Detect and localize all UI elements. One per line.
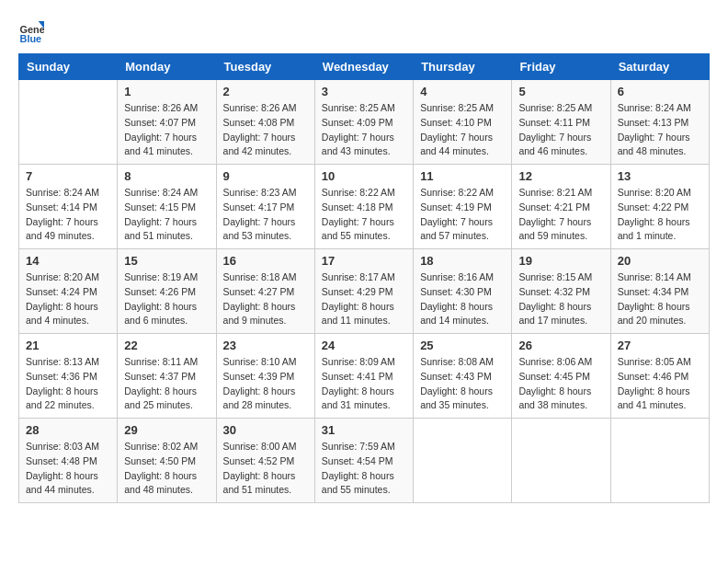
day-detail: Sunrise: 8:20 AMSunset: 4:22 PMDaylight:…	[618, 186, 702, 244]
calendar-week-row: 14 Sunrise: 8:20 AMSunset: 4:24 PMDaylig…	[19, 249, 710, 334]
day-number: 25	[420, 339, 505, 352]
day-detail: Sunrise: 8:17 AMSunset: 4:29 PMDaylight:…	[322, 270, 406, 328]
header-sunday: Sunday	[19, 54, 118, 80]
day-number: 31	[322, 423, 406, 437]
day-number: 1	[124, 85, 209, 98]
day-detail: Sunrise: 8:13 AMSunset: 4:36 PMDaylight:…	[26, 355, 110, 413]
day-detail: Sunrise: 8:25 AMSunset: 4:11 PMDaylight:…	[518, 101, 603, 159]
day-number: 19	[518, 254, 603, 268]
calendar-cell: 16 Sunrise: 8:18 AMSunset: 4:27 PMDaylig…	[216, 249, 314, 334]
calendar-cell: 29 Sunrise: 8:02 AMSunset: 4:50 PMDaylig…	[118, 419, 216, 503]
logo-icon: General Blue	[18, 18, 44, 44]
day-detail: Sunrise: 8:08 AMSunset: 4:43 PMDaylight:…	[420, 355, 505, 413]
day-number: 7	[26, 169, 110, 183]
calendar-table: SundayMondayTuesdayWednesdayThursdayFrid…	[18, 53, 710, 503]
calendar-week-row: 7 Sunrise: 8:24 AMSunset: 4:14 PMDayligh…	[19, 165, 710, 249]
day-number: 4	[420, 85, 505, 98]
day-detail: Sunrise: 8:06 AMSunset: 4:45 PMDaylight:…	[518, 355, 603, 413]
day-detail: Sunrise: 8:05 AMSunset: 4:46 PMDaylight:…	[618, 355, 702, 413]
day-detail: Sunrise: 8:03 AMSunset: 4:48 PMDaylight:…	[26, 440, 110, 498]
calendar-cell: 26 Sunrise: 8:06 AMSunset: 4:45 PMDaylig…	[512, 334, 610, 419]
header-tuesday: Tuesday	[216, 54, 314, 80]
calendar-cell: 12 Sunrise: 8:21 AMSunset: 4:21 PMDaylig…	[512, 165, 610, 249]
calendar-cell	[610, 419, 709, 503]
day-number: 9	[223, 169, 308, 183]
day-number: 13	[618, 169, 702, 183]
calendar-cell: 19 Sunrise: 8:15 AMSunset: 4:32 PMDaylig…	[512, 249, 610, 334]
calendar-cell: 1 Sunrise: 8:26 AMSunset: 4:07 PMDayligh…	[118, 80, 216, 165]
day-detail: Sunrise: 8:11 AMSunset: 4:37 PMDaylight:…	[124, 355, 209, 413]
header-friday: Friday	[512, 54, 610, 80]
calendar-week-row: 28 Sunrise: 8:03 AMSunset: 4:48 PMDaylig…	[19, 419, 710, 503]
day-detail: Sunrise: 8:24 AMSunset: 4:13 PMDaylight:…	[618, 101, 702, 159]
day-detail: Sunrise: 8:02 AMSunset: 4:50 PMDaylight:…	[124, 440, 209, 498]
day-number: 27	[618, 339, 702, 352]
day-detail: Sunrise: 7:59 AMSunset: 4:54 PMDaylight:…	[322, 440, 406, 498]
calendar-cell	[512, 419, 610, 503]
calendar-cell: 8 Sunrise: 8:24 AMSunset: 4:15 PMDayligh…	[118, 165, 216, 249]
day-detail: Sunrise: 8:10 AMSunset: 4:39 PMDaylight:…	[223, 355, 308, 413]
day-detail: Sunrise: 8:25 AMSunset: 4:09 PMDaylight:…	[322, 101, 406, 159]
day-number: 6	[618, 85, 702, 98]
calendar-cell: 23 Sunrise: 8:10 AMSunset: 4:39 PMDaylig…	[216, 334, 314, 419]
svg-text:Blue: Blue	[20, 33, 42, 44]
day-detail: Sunrise: 8:24 AMSunset: 4:14 PMDaylight:…	[26, 186, 110, 244]
calendar-cell: 6 Sunrise: 8:24 AMSunset: 4:13 PMDayligh…	[610, 80, 709, 165]
day-detail: Sunrise: 8:20 AMSunset: 4:24 PMDaylight:…	[26, 270, 110, 328]
day-detail: Sunrise: 8:00 AMSunset: 4:52 PMDaylight:…	[223, 440, 308, 498]
calendar-cell: 14 Sunrise: 8:20 AMSunset: 4:24 PMDaylig…	[19, 249, 118, 334]
calendar-cell: 2 Sunrise: 8:26 AMSunset: 4:08 PMDayligh…	[216, 80, 314, 165]
day-number: 29	[124, 423, 209, 437]
day-number: 16	[223, 254, 308, 268]
day-detail: Sunrise: 8:24 AMSunset: 4:15 PMDaylight:…	[124, 186, 209, 244]
day-detail: Sunrise: 8:09 AMSunset: 4:41 PMDaylight:…	[322, 355, 406, 413]
day-detail: Sunrise: 8:23 AMSunset: 4:17 PMDaylight:…	[223, 186, 308, 244]
calendar-cell: 4 Sunrise: 8:25 AMSunset: 4:10 PMDayligh…	[414, 80, 512, 165]
day-detail: Sunrise: 8:19 AMSunset: 4:26 PMDaylight:…	[124, 270, 209, 328]
calendar-cell: 30 Sunrise: 8:00 AMSunset: 4:52 PMDaylig…	[216, 419, 314, 503]
day-number: 23	[223, 339, 308, 352]
calendar-cell: 3 Sunrise: 8:25 AMSunset: 4:09 PMDayligh…	[314, 80, 413, 165]
day-number: 14	[26, 254, 110, 268]
header-wednesday: Wednesday	[314, 54, 413, 80]
day-detail: Sunrise: 8:16 AMSunset: 4:30 PMDaylight:…	[420, 270, 505, 328]
header-monday: Monday	[118, 54, 216, 80]
day-number: 28	[26, 423, 110, 437]
day-number: 3	[322, 85, 406, 98]
day-number: 5	[518, 85, 603, 98]
day-number: 15	[124, 254, 209, 268]
calendar-cell: 7 Sunrise: 8:24 AMSunset: 4:14 PMDayligh…	[19, 165, 118, 249]
calendar-cell	[414, 419, 512, 503]
calendar-cell: 24 Sunrise: 8:09 AMSunset: 4:41 PMDaylig…	[314, 334, 413, 419]
day-detail: Sunrise: 8:22 AMSunset: 4:19 PMDaylight:…	[420, 186, 505, 244]
day-number: 8	[124, 169, 209, 183]
day-detail: Sunrise: 8:25 AMSunset: 4:10 PMDaylight:…	[420, 101, 505, 159]
calendar-cell: 10 Sunrise: 8:22 AMSunset: 4:18 PMDaylig…	[314, 165, 413, 249]
day-number: 11	[420, 169, 505, 183]
calendar-cell: 17 Sunrise: 8:17 AMSunset: 4:29 PMDaylig…	[314, 249, 413, 334]
calendar-cell: 22 Sunrise: 8:11 AMSunset: 4:37 PMDaylig…	[118, 334, 216, 419]
day-number: 26	[518, 339, 603, 352]
header-saturday: Saturday	[610, 54, 709, 80]
header-thursday: Thursday	[414, 54, 512, 80]
calendar-cell: 9 Sunrise: 8:23 AMSunset: 4:17 PMDayligh…	[216, 165, 314, 249]
calendar-cell: 21 Sunrise: 8:13 AMSunset: 4:36 PMDaylig…	[19, 334, 118, 419]
calendar-week-row: 1 Sunrise: 8:26 AMSunset: 4:07 PMDayligh…	[19, 80, 710, 165]
calendar-cell: 18 Sunrise: 8:16 AMSunset: 4:30 PMDaylig…	[414, 249, 512, 334]
day-number: 30	[223, 423, 308, 437]
calendar-week-row: 21 Sunrise: 8:13 AMSunset: 4:36 PMDaylig…	[19, 334, 710, 419]
calendar-header-row: SundayMondayTuesdayWednesdayThursdayFrid…	[19, 54, 710, 80]
day-detail: Sunrise: 8:14 AMSunset: 4:34 PMDaylight:…	[618, 270, 702, 328]
day-number: 10	[322, 169, 406, 183]
calendar-cell: 15 Sunrise: 8:19 AMSunset: 4:26 PMDaylig…	[118, 249, 216, 334]
calendar-cell: 11 Sunrise: 8:22 AMSunset: 4:19 PMDaylig…	[414, 165, 512, 249]
calendar-cell: 25 Sunrise: 8:08 AMSunset: 4:43 PMDaylig…	[414, 334, 512, 419]
day-number: 17	[322, 254, 406, 268]
calendar-cell: 20 Sunrise: 8:14 AMSunset: 4:34 PMDaylig…	[610, 249, 709, 334]
page-header: General Blue	[18, 18, 710, 44]
day-number: 18	[420, 254, 505, 268]
day-number: 2	[223, 85, 308, 98]
day-number: 21	[26, 339, 110, 352]
day-detail: Sunrise: 8:26 AMSunset: 4:08 PMDaylight:…	[223, 101, 308, 159]
day-number: 22	[124, 339, 209, 352]
